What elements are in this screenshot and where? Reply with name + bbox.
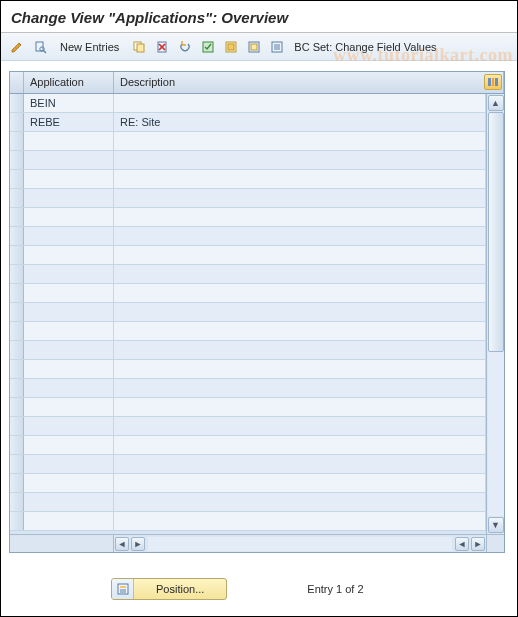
table-row[interactable] [10, 227, 486, 246]
table-row[interactable] [10, 360, 486, 379]
delete-icon[interactable] [152, 37, 172, 57]
cell-description[interactable] [114, 189, 486, 207]
cell-description[interactable] [114, 246, 486, 264]
table-row[interactable] [10, 493, 486, 512]
cell-application[interactable]: BEIN [24, 94, 114, 112]
table-row[interactable] [10, 189, 486, 208]
row-selector[interactable] [10, 284, 24, 302]
table-row[interactable] [10, 341, 486, 360]
cell-application[interactable] [24, 341, 114, 359]
cell-application[interactable] [24, 474, 114, 492]
select-block-icon[interactable] [221, 37, 241, 57]
row-selector[interactable] [10, 189, 24, 207]
cell-application[interactable] [24, 455, 114, 473]
select-all-icon[interactable] [198, 37, 218, 57]
scroll-right-icon[interactable]: ► [471, 537, 485, 551]
cell-application[interactable] [24, 512, 114, 530]
table-row[interactable] [10, 512, 486, 531]
find-icon[interactable] [30, 37, 50, 57]
table-row[interactable] [10, 170, 486, 189]
cell-description[interactable] [114, 322, 486, 340]
scroll-left-icon[interactable]: ◄ [115, 537, 129, 551]
cell-application[interactable] [24, 303, 114, 321]
table-row[interactable] [10, 455, 486, 474]
row-selector[interactable] [10, 417, 24, 435]
row-selector[interactable] [10, 398, 24, 416]
row-selector[interactable] [10, 170, 24, 188]
scroll-left-step-icon[interactable]: ◄ [455, 537, 469, 551]
row-selector[interactable] [10, 151, 24, 169]
scroll-up-icon[interactable]: ▲ [488, 95, 504, 111]
row-selector[interactable] [10, 208, 24, 226]
new-entries-button[interactable]: New Entries [53, 37, 126, 57]
row-selector[interactable] [10, 512, 24, 530]
row-selector[interactable] [10, 455, 24, 473]
row-selector[interactable] [10, 474, 24, 492]
cell-description[interactable] [114, 379, 486, 397]
cell-application[interactable] [24, 284, 114, 302]
cell-application[interactable] [24, 417, 114, 435]
cell-application[interactable] [24, 170, 114, 188]
horizontal-scroll-track[interactable] [148, 537, 452, 551]
copy-as-icon[interactable] [129, 37, 149, 57]
row-selector[interactable] [10, 436, 24, 454]
cell-description[interactable] [114, 265, 486, 283]
row-selector[interactable] [10, 360, 24, 378]
row-selector[interactable] [10, 246, 24, 264]
table-row[interactable]: BEIN [10, 94, 486, 113]
cell-application[interactable] [24, 246, 114, 264]
deselect-all-icon[interactable] [244, 37, 264, 57]
table-row[interactable] [10, 379, 486, 398]
cell-description[interactable] [114, 360, 486, 378]
table-row[interactable] [10, 303, 486, 322]
cell-description[interactable] [114, 398, 486, 416]
cell-description[interactable] [114, 208, 486, 226]
table-row[interactable]: REBERE: Site [10, 113, 486, 132]
cell-description[interactable] [114, 284, 486, 302]
cell-description[interactable] [114, 132, 486, 150]
row-selector[interactable] [10, 379, 24, 397]
row-selector[interactable] [10, 322, 24, 340]
toggle-display-change-icon[interactable] [7, 37, 27, 57]
cell-application[interactable] [24, 493, 114, 511]
vertical-scroll-track[interactable] [488, 112, 504, 516]
table-row[interactable] [10, 132, 486, 151]
cell-description[interactable] [114, 512, 486, 530]
table-row[interactable] [10, 474, 486, 493]
select-all-column-header[interactable] [10, 72, 24, 93]
column-header-application[interactable]: Application [24, 72, 114, 93]
cell-application[interactable]: REBE [24, 113, 114, 131]
cell-description[interactable] [114, 417, 486, 435]
horizontal-scrollbar[interactable]: ◄ ► ◄ ► [10, 534, 504, 552]
table-row[interactable] [10, 284, 486, 303]
row-selector[interactable] [10, 94, 24, 112]
row-selector[interactable] [10, 303, 24, 321]
table-row[interactable] [10, 208, 486, 227]
cell-description[interactable] [114, 303, 486, 321]
row-selector[interactable] [10, 493, 24, 511]
row-selector[interactable] [10, 132, 24, 150]
cell-description[interactable] [114, 474, 486, 492]
cell-description[interactable] [114, 151, 486, 169]
cell-description[interactable] [114, 94, 486, 112]
cell-description[interactable] [114, 493, 486, 511]
cell-application[interactable] [24, 132, 114, 150]
row-selector[interactable] [10, 227, 24, 245]
vertical-scroll-thumb[interactable] [488, 112, 504, 352]
cell-description[interactable] [114, 341, 486, 359]
vertical-scrollbar[interactable]: ▲ ▼ [486, 94, 504, 534]
cell-application[interactable] [24, 208, 114, 226]
bc-set-icon[interactable] [267, 37, 287, 57]
cell-description[interactable] [114, 436, 486, 454]
cell-description[interactable] [114, 455, 486, 473]
row-selector[interactable] [10, 265, 24, 283]
cell-description[interactable] [114, 227, 486, 245]
table-row[interactable] [10, 246, 486, 265]
column-header-description[interactable]: Description [114, 72, 504, 93]
table-settings-icon[interactable] [484, 74, 502, 90]
table-row[interactable] [10, 265, 486, 284]
position-button[interactable]: Position... [111, 578, 227, 600]
cell-application[interactable] [24, 189, 114, 207]
scroll-right-step-icon[interactable]: ► [131, 537, 145, 551]
cell-application[interactable] [24, 436, 114, 454]
